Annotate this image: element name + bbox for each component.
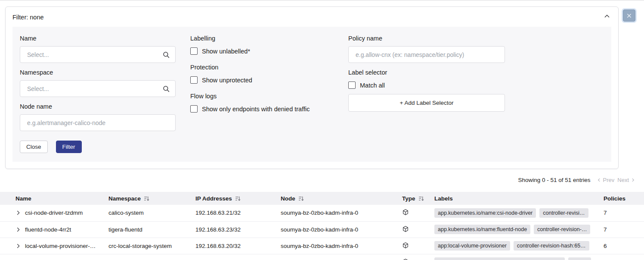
label-pill: app.…: [568, 257, 591, 260]
endpoint-name: local-volume-provisioner-…: [25, 243, 96, 249]
chevron-right-icon: [15, 210, 21, 216]
expand-row-button[interactable]: [15, 227, 21, 232]
flow-logs-heading: Flow logs: [190, 93, 334, 100]
table-header-row: Name Namespace IP Addresses Node Type La…: [0, 192, 644, 205]
namespace-cell: crc-local-storage-system: [106, 238, 193, 254]
column-header-labels: Labels: [432, 192, 601, 205]
denied-traffic-label: Show only endpoints with denied traffic: [202, 106, 310, 113]
prev-label: Prev: [603, 177, 615, 183]
search-icon: [162, 85, 170, 93]
close-button[interactable]: Close: [20, 141, 48, 153]
prev-button[interactable]: Prev: [597, 177, 615, 183]
ip-cell: 192.168.63.23/32: [193, 221, 278, 238]
policies-count: 7: [601, 205, 644, 221]
policies-count: 6: [601, 238, 644, 254]
pod-icon: [402, 258, 409, 260]
endpoints-table: Name Namespace IP Addresses Node Type La…: [0, 192, 644, 260]
search-icon: [162, 51, 170, 59]
node-cell: soumya-bz-0zbo-kadm-infra-0: [278, 221, 399, 238]
pod-icon: [402, 226, 409, 232]
node-cell: soumya-bz-0zbo-kadm-infra-0: [278, 238, 399, 254]
namespace-select: [20, 80, 176, 97]
next-button[interactable]: Next: [617, 177, 635, 183]
node-cell: soumya-bz-0zbo-kadm-infra-0: [278, 205, 399, 221]
label-selector-heading: Label selector: [348, 69, 505, 76]
chevron-right-icon: [15, 243, 21, 249]
ip-cell: 192.168.63.24/32: [193, 254, 278, 260]
column-header-namespace[interactable]: Namespace: [106, 192, 193, 205]
show-unlabelled-checkbox[interactable]: [190, 47, 198, 55]
namespace-cell: tigera-fluentd: [106, 221, 193, 238]
policies-count: 7: [601, 221, 644, 238]
filter-button[interactable]: Filter: [56, 141, 82, 153]
label-pill: controller-revision-hash:65…: [514, 241, 589, 251]
filter-area: Filter: none Name Namespace: [0, 0, 644, 169]
column-header-name: Name: [0, 192, 106, 205]
show-unprotected-checkbox[interactable]: [190, 76, 198, 84]
chevron-up-icon: [604, 13, 610, 21]
sort-icon[interactable]: [298, 196, 304, 201]
name-label: Name: [20, 35, 176, 42]
match-all-option[interactable]: Match all: [348, 81, 505, 89]
label-pill: app.kubernetes.io/name:fluentd-node: [434, 225, 530, 234]
table-row[interactable]: local-volume-provisioner-… crc-local-sto…: [0, 238, 644, 254]
next-label: Next: [617, 177, 629, 183]
sort-icon[interactable]: [235, 196, 241, 201]
filter-column-right: Policy name Label selector Match all + A…: [348, 35, 505, 153]
column-header-ip-addresses[interactable]: IP Addresses: [193, 192, 278, 205]
pod-icon: [402, 242, 409, 249]
add-label-selector-button[interactable]: + Add Label Selector: [348, 94, 505, 112]
label-pill: controller-revisi…: [539, 208, 588, 218]
namespace-cell: tigera-prometheus: [106, 254, 193, 260]
name-select-input[interactable]: [20, 46, 176, 63]
table-row[interactable]: fluentd-node-4rr2t tigera-fluentd 192.16…: [0, 221, 644, 238]
close-filter-panel-button[interactable]: [623, 9, 635, 22]
label-pill: app:local-volume-provisioner: [434, 241, 510, 251]
chevron-right-icon: [15, 227, 21, 232]
filter-column-middle: Labelling Show unlabelled* Protection Sh…: [190, 35, 334, 153]
denied-traffic-checkbox[interactable]: [190, 105, 198, 113]
column-header-policies: Policies: [601, 192, 644, 205]
ip-cell: 192.168.63.20/32: [193, 238, 278, 254]
pager: Prev Next: [597, 177, 635, 183]
table-row[interactable]: csi-node-driver-tzdmm calico-system 192.…: [0, 205, 644, 221]
pagination-bar: Showing 0 - 51 of 51 entries Prev Next: [0, 169, 644, 192]
column-header-type[interactable]: Type: [399, 192, 432, 205]
sort-icon[interactable]: [144, 196, 149, 201]
expand-row-button[interactable]: [15, 243, 21, 249]
table-row[interactable]: prometheus-calico-node-… tigera-promethe…: [0, 254, 644, 260]
policies-count: 8: [601, 254, 644, 260]
protection-heading: Protection: [190, 64, 334, 71]
expand-row-button[interactable]: [15, 210, 21, 216]
collapse-filter-button[interactable]: [603, 12, 611, 22]
label-pill: app.kubernetes.io/instance:calico-node-p…: [434, 257, 565, 260]
filter-panel: Filter: none Name Namespace: [5, 6, 619, 169]
show-unlabelled-option[interactable]: Show unlabelled*: [190, 47, 334, 55]
endpoint-name: fluentd-node-4rr2t: [25, 226, 71, 233]
match-all-checkbox[interactable]: [348, 81, 356, 89]
filter-title: Filter: none: [12, 14, 44, 21]
node-cell: soumya-bz-0zbo-kadm-infra-0: [278, 254, 399, 260]
name-select: [20, 46, 176, 63]
sort-icon[interactable]: [418, 196, 424, 201]
label-pill: controller-revision-…: [534, 225, 590, 234]
pod-icon: [402, 209, 409, 216]
chevron-left-icon: [597, 178, 601, 182]
policy-name-label: Policy name: [348, 35, 505, 42]
policy-name-input[interactable]: [348, 46, 505, 63]
filter-panel-header: Filter: none: [6, 7, 618, 27]
chevron-right-icon: [631, 178, 635, 182]
labelling-heading: Labelling: [190, 35, 334, 42]
close-icon: [626, 13, 632, 19]
label-pill: app.kubernetes.io/name:csi-node-driver: [434, 208, 536, 218]
column-header-node[interactable]: Node: [278, 192, 399, 205]
show-unprotected-option[interactable]: Show unprotected: [190, 76, 334, 84]
filter-actions: Close Filter: [20, 141, 176, 153]
denied-traffic-option[interactable]: Show only endpoints with denied traffic: [190, 105, 334, 113]
filter-panel-body: Name Namespace Node name: [12, 27, 611, 162]
node-name-label: Node name: [20, 103, 176, 110]
namespace-cell: calico-system: [106, 205, 193, 221]
namespace-select-input[interactable]: [20, 80, 176, 97]
node-name-input[interactable]: [20, 114, 176, 131]
show-unlabelled-label: Show unlabelled*: [202, 48, 250, 55]
